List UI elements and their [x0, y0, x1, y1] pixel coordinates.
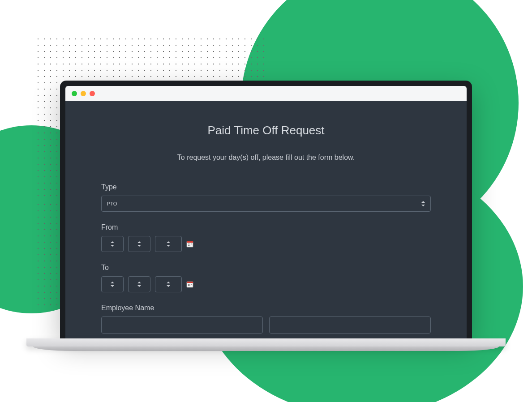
sort-icon: [137, 282, 141, 287]
svg-rect-12: [188, 285, 189, 286]
form-subtitle: To request your day(s) off, please fill …: [101, 154, 431, 162]
sort-icon: [137, 241, 141, 247]
svg-rect-8: [187, 282, 193, 283]
from-label: From: [101, 223, 431, 231]
sort-icon: [167, 282, 170, 287]
field-employee-name: Employee Name: [101, 304, 431, 334]
svg-rect-9: [188, 284, 189, 285]
traffic-light-green-icon: [72, 91, 77, 96]
svg-rect-1: [187, 241, 193, 243]
form-container: Paid Time Off Request To request your da…: [65, 101, 467, 338]
field-from: From: [101, 223, 431, 252]
svg-rect-6: [189, 245, 190, 246]
to-year-select[interactable]: [155, 276, 182, 292]
laptop-base-bottom: [33, 346, 499, 351]
sort-icon: [421, 201, 425, 206]
laptop-base: [60, 338, 472, 354]
browser-chrome: [65, 86, 467, 101]
to-date-row: [101, 276, 431, 292]
type-label: Type: [101, 183, 431, 191]
to-day-select[interactable]: [128, 276, 150, 292]
sort-icon: [111, 241, 114, 247]
laptop-screen-frame: Paid Time Off Request To request your da…: [60, 81, 472, 338]
sort-icon: [111, 282, 114, 287]
svg-rect-11: [191, 284, 192, 285]
svg-rect-3: [189, 244, 190, 244]
calendar-icon[interactable]: [186, 240, 193, 248]
to-label: To: [101, 264, 431, 272]
field-type: Type PTO: [101, 183, 431, 212]
sort-icon: [167, 241, 170, 247]
svg-rect-13: [189, 285, 190, 286]
from-month-select[interactable]: [101, 236, 124, 252]
employee-last-name-input[interactable]: [269, 316, 431, 334]
laptop-base-top: [26, 338, 506, 346]
employee-first-name-input[interactable]: [101, 316, 263, 334]
from-date-row: [101, 236, 431, 252]
traffic-light-red-icon: [90, 91, 95, 96]
calendar-icon[interactable]: [186, 281, 193, 288]
traffic-light-yellow-icon: [81, 91, 86, 96]
type-select[interactable]: PTO: [101, 196, 431, 212]
employee-name-row: [101, 316, 431, 334]
from-year-select[interactable]: [155, 236, 182, 252]
employee-name-label: Employee Name: [101, 304, 431, 312]
type-select-value: PTO: [107, 201, 117, 206]
from-day-select[interactable]: [128, 236, 150, 252]
form-title: Paid Time Off Request: [101, 124, 431, 137]
laptop-mockup: Paid Time Off Request To request your da…: [60, 81, 472, 354]
to-month-select[interactable]: [101, 276, 124, 292]
svg-rect-10: [189, 284, 190, 285]
field-to: To: [101, 264, 431, 292]
svg-rect-5: [188, 245, 189, 246]
svg-rect-4: [191, 244, 192, 244]
svg-rect-2: [188, 244, 189, 244]
